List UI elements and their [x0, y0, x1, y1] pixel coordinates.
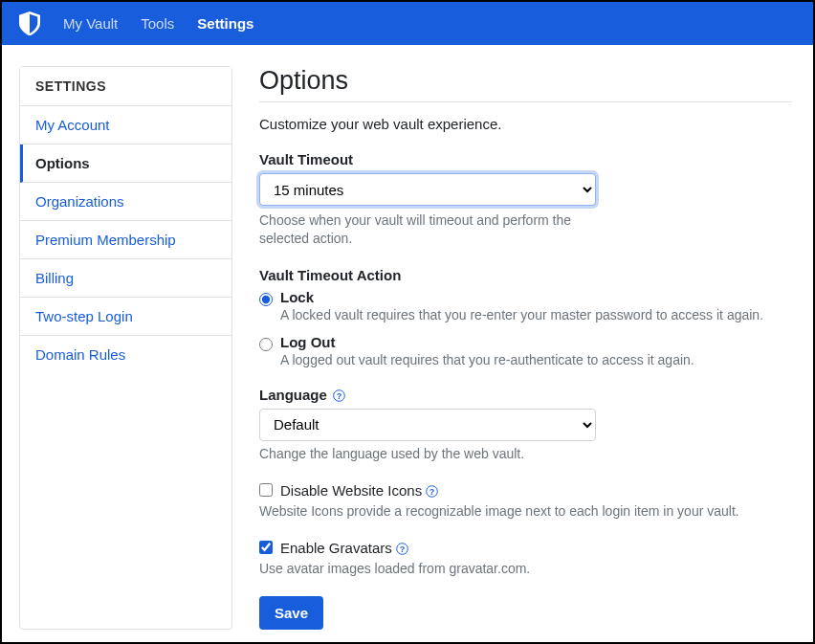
vault-timeout-action-label: Vault Timeout Action [259, 267, 792, 283]
nav-tools[interactable]: Tools [141, 15, 174, 32]
disable-icons-checkbox[interactable] [259, 483, 273, 497]
shield-logo-icon [19, 11, 40, 36]
page-description: Customize your web vault experience. [259, 116, 792, 132]
settings-sidebar: SETTINGS My Account Options Organization… [19, 66, 232, 630]
enable-gravatars-group: Enable Gravatars ? Use avatar images loa… [259, 540, 792, 578]
radio-lock-label: Lock [280, 289, 763, 305]
sidebar-item-premium-membership[interactable]: Premium Membership [20, 221, 231, 259]
svg-text:?: ? [337, 390, 342, 400]
nav-settings[interactable]: Settings [197, 15, 253, 32]
enable-gravatars-label: Enable Gravatars ? [280, 540, 408, 556]
main-content: Options Customize your web vault experie… [259, 66, 796, 630]
save-button[interactable]: Save [259, 596, 323, 630]
sidebar-item-options[interactable]: Options [20, 144, 231, 183]
vault-timeout-action-group: Vault Timeout Action Lock A locked vault… [259, 267, 792, 367]
page-title: Options [259, 66, 792, 96]
sidebar-item-organizations[interactable]: Organizations [20, 183, 231, 221]
title-divider [259, 101, 792, 102]
language-label: Language ? [259, 387, 792, 403]
help-icon[interactable]: ? [426, 484, 438, 497]
radio-logout-row: Log Out A logged out vault requires that… [259, 334, 792, 367]
sidebar-item-domain-rules[interactable]: Domain Rules [20, 336, 231, 373]
vault-timeout-help: Choose when your vault will timeout and … [259, 211, 584, 248]
language-select[interactable]: Default [259, 409, 596, 441]
help-icon[interactable]: ? [396, 542, 408, 554]
language-help: Change the language used by the web vaul… [259, 445, 792, 463]
sidebar-header: SETTINGS [20, 67, 231, 106]
enable-gravatars-help: Use avatar images loaded from gravatar.c… [259, 560, 792, 578]
radio-logout[interactable] [259, 338, 273, 351]
top-navbar: My Vault Tools Settings [2, 2, 813, 45]
vault-timeout-select[interactable]: 15 minutes [259, 173, 596, 206]
disable-icons-group: Disable Website Icons ? Website Icons pr… [259, 482, 792, 521]
sidebar-item-billing[interactable]: Billing [20, 259, 231, 298]
radio-logout-desc: A logged out vault requires that you re-… [280, 352, 694, 367]
disable-icons-help: Website Icons provide a recognizable ima… [259, 502, 792, 521]
vault-timeout-group: Vault Timeout 15 minutes Choose when you… [259, 151, 792, 248]
help-icon[interactable]: ? [333, 389, 345, 401]
language-group: Language ? Default Change the language u… [259, 387, 792, 463]
vault-timeout-label: Vault Timeout [259, 151, 792, 167]
radio-lock[interactable] [259, 293, 273, 306]
enable-gravatars-checkbox[interactable] [259, 541, 273, 554]
sidebar-item-two-step-login[interactable]: Two-step Login [20, 298, 231, 336]
sidebar-item-my-account[interactable]: My Account [20, 106, 231, 144]
radio-lock-desc: A locked vault requires that you re-ente… [280, 307, 763, 322]
svg-text:?: ? [430, 486, 435, 496]
disable-icons-label: Disable Website Icons ? [280, 482, 438, 499]
radio-logout-label: Log Out [280, 334, 694, 350]
svg-text:?: ? [399, 544, 405, 553]
radio-lock-row: Lock A locked vault requires that you re… [259, 289, 792, 322]
nav-my-vault[interactable]: My Vault [63, 15, 118, 32]
